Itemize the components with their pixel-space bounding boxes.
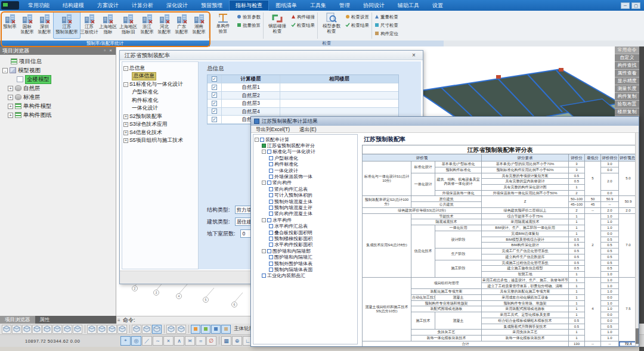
view-cube-button-5[interactable] [52, 325, 62, 334]
tree-expander[interactable]: - [262, 249, 266, 253]
dialog-tree-item-4[interactable]: 构件标准化 [132, 97, 158, 104]
menu-tab-12[interactable]: 设置 [426, 0, 450, 11]
menu-tab-5[interactable]: 预留预埋 [194, 0, 229, 11]
maximize-button[interactable]: ▢ [631, 2, 640, 9]
results-tree-checkbox[interactable] [269, 231, 273, 235]
results-tree-checkbox[interactable] [269, 243, 273, 247]
results-tree-checkbox[interactable] [269, 268, 273, 272]
results-tree-checkbox[interactable] [269, 262, 273, 266]
project-tree-item-1[interactable]: -模型视图 [2, 66, 41, 74]
tree-expander[interactable]: + [8, 86, 13, 91]
ribbon-stack-button-0[interactable]: 重量检查 [373, 13, 400, 21]
results-tree-checkbox[interactable] [269, 255, 273, 259]
floor-checkbox[interactable]: ✓ [212, 92, 217, 98]
common-command-4[interactable]: 测量长度 [615, 85, 639, 92]
view-cube-button-6[interactable] [63, 325, 72, 334]
project-tree-item-5[interactable]: +单构件模型 [8, 102, 52, 110]
ribbon-small-button-2-1[interactable]: 检查结果 [344, 21, 370, 30]
display-style-button-1[interactable] [201, 325, 210, 334]
dialog-tree-item-8[interactable]: +S4信息化技术 [123, 129, 162, 136]
bottom-tab-0[interactable]: 项目浏览器 [0, 316, 35, 324]
ribbon-big-button-1[interactable]: 钢筋碰撞检查 [265, 11, 290, 39]
view-nav-button-2[interactable] [107, 325, 117, 334]
tree-expander[interactable]: - [123, 82, 128, 87]
results-tree-checkbox[interactable] [267, 150, 271, 154]
view-cube-button-2[interactable] [22, 325, 32, 334]
menu-tab-1[interactable]: 结构建模 [56, 0, 91, 11]
snap-button-4[interactable]: × [163, 336, 174, 346]
results-menu-item-0[interactable]: 导出到Excel(T) [251, 126, 295, 132]
results-tree-item-3[interactable]: 户型标准化 [269, 155, 298, 161]
results-tree-item-12[interactable]: 竖向构件混凝土体 [269, 211, 312, 217]
floor-checkbox[interactable]: ✓ [212, 108, 217, 114]
results-tree-checkbox[interactable] [269, 237, 273, 241]
snap-button-5[interactable]: ∧ [174, 336, 184, 346]
menu-tab-4[interactable]: 深化设计 [160, 0, 194, 11]
panel-pin-close-icons[interactable]: ▫ × [104, 46, 113, 55]
menu-tab-11[interactable]: 辅助工具 [391, 0, 426, 11]
tree-expander[interactable]: - [262, 181, 266, 185]
ribbon-big-button-2[interactable]: 模型参数检查 [319, 11, 344, 39]
results-tree-item-6[interactable]: 外墙保温装饰一体 [269, 173, 312, 179]
bottom-tab-1[interactable]: 属性 [35, 316, 55, 324]
ribbon-small-button-0-1[interactable]: 批量验算 [236, 21, 262, 30]
results-tree-checkbox[interactable] [269, 169, 273, 173]
project-tree-item-2[interactable]: 全楼模型 [17, 75, 51, 83]
floor-checkbox[interactable]: ✓ [212, 85, 217, 90]
ribbon-small-button-1-1[interactable]: 检查结果 [290, 21, 316, 30]
results-tree-item-21[interactable]: 预制内隔墙体表面 [269, 266, 312, 272]
menu-tab-7[interactable]: 图纸清单 [269, 0, 304, 11]
snap-button-6[interactable]: ≍ [185, 336, 195, 346]
results-tree-item-19[interactable]: 围护墙和内隔墙汇 [269, 254, 312, 260]
minimize-button[interactable]: ─ [621, 2, 630, 9]
tree-expander[interactable]: - [2, 68, 8, 73]
snap-button-8[interactable]: ∅ [206, 336, 216, 346]
results-tree-checkbox[interactable] [262, 274, 266, 278]
ribbon-assembly-button-4[interactable]: 江苏三板统计 [80, 11, 98, 39]
results-tree-item-0[interactable]: -装配率计算 [255, 136, 289, 142]
command-console[interactable]: 命令: [117, 316, 250, 324]
common-command-3[interactable]: 显示精度 [615, 77, 639, 85]
view-cube-button-3[interactable] [32, 325, 42, 334]
dialog-tree-item-2[interactable]: -S1标准化与一体化设计 [123, 80, 183, 88]
grid-button-1[interactable]: ⊕ [232, 336, 242, 346]
view-cube-button-1[interactable] [12, 325, 21, 334]
results-tree-checkbox[interactable] [269, 200, 273, 204]
results-tree-checkbox[interactable] [269, 175, 273, 179]
display-style-button-3[interactable] [221, 325, 231, 334]
tree-expander[interactable]: + [8, 104, 13, 109]
dialog-tree-item-9[interactable]: +S5项目组织与施工技术 [123, 137, 183, 145]
results-tree-item-7[interactable]: -竖向构件 [262, 180, 292, 186]
ribbon-assembly-button-7[interactable]: 浙江装配率 [138, 11, 156, 39]
tree-expander[interactable]: + [8, 113, 13, 118]
dialog-tree-item-5[interactable]: 一体化设计 [132, 105, 158, 113]
common-command-2[interactable]: 属性查看 [615, 70, 639, 77]
common-command-5[interactable]: 构件复制 [615, 93, 639, 100]
snap-button-7[interactable]: ＝ [196, 336, 206, 346]
results-tree-checkbox[interactable] [269, 206, 273, 210]
snap-button-1[interactable]: ◎ [131, 336, 141, 346]
display-style-button-2[interactable] [211, 325, 221, 334]
results-tree-checkbox[interactable] [269, 187, 273, 191]
ribbon-assembly-button-10[interactable]: 湖南装配率 [190, 11, 208, 39]
results-tree-checkbox[interactable] [262, 144, 266, 148]
common-command-7[interactable]: 楼层复制 [615, 108, 639, 116]
view-nav-button-0[interactable] [87, 325, 97, 334]
tree-expander[interactable]: - [262, 150, 266, 154]
right-edge-scrollbar[interactable] [639, 46, 644, 351]
app-logo[interactable] [1, 1, 19, 10]
results-tree-item-22[interactable]: 工业化内装部品汇 [262, 273, 305, 279]
ribbon-small-button-0-0[interactable]: 验算参数 [236, 13, 262, 21]
dialog-close-button[interactable]: × [410, 52, 418, 59]
results-tree-item-15[interactable]: 叠合板投影面积明 [269, 229, 312, 235]
ribbon-small-button-1-0[interactable]: 构件碰撞 [290, 13, 316, 21]
ribbon-assembly-button-6[interactable]: 上海地区指标旧 [118, 11, 138, 39]
view-cube-button-7[interactable] [73, 325, 82, 334]
header-checkbox[interactable]: ✓ [212, 76, 217, 82]
tree-expander[interactable]: + [123, 114, 128, 119]
results-tree-checkbox[interactable] [267, 181, 271, 185]
dialog-tree-item-0[interactable]: -总信息 [123, 64, 145, 72]
grid-button-0[interactable]: ▦ [221, 336, 231, 346]
results-tree-checkbox[interactable] [269, 224, 273, 228]
results-tree-item-5[interactable]: 一体化设计 [269, 167, 298, 173]
